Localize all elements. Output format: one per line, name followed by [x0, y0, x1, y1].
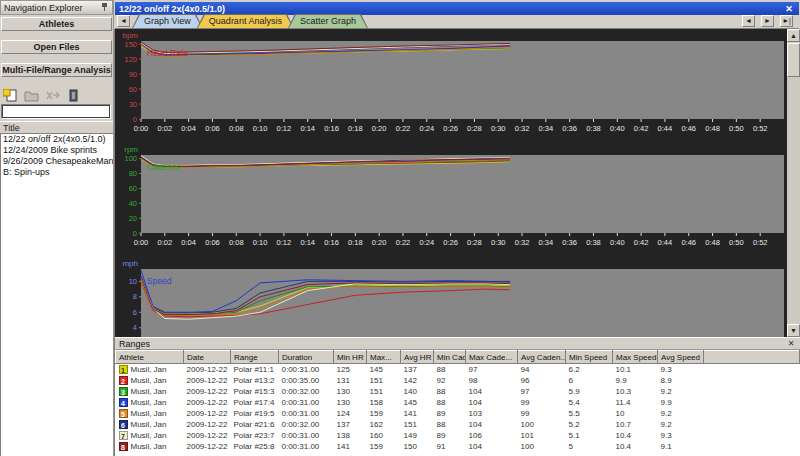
max_hr-cell: 151	[367, 386, 401, 397]
svg-text:0:52: 0:52	[753, 124, 768, 133]
date-cell: 2009-12-22	[184, 419, 231, 430]
close-icon[interactable]: ✕	[783, 4, 795, 14]
pin-icon[interactable]	[100, 2, 109, 13]
column-header-min-hr[interactable]: Min HR	[334, 351, 367, 364]
table-row[interactable]: 3Musil, Jan2009-12-22Polar #15:30:00:32.…	[116, 386, 800, 397]
table-row[interactable]: 4Musil, Jan2009-12-22Polar #17:40:00:31.…	[116, 397, 800, 408]
date-cell: 2009-12-22	[184, 364, 231, 375]
add-analysis-icon[interactable]	[3, 88, 18, 101]
min_hr-cell: 141	[334, 441, 367, 452]
tab-next-button[interactable]: ►	[761, 15, 774, 27]
column-header-avg-hr[interactable]: Avg HR	[401, 351, 434, 364]
tab-graph-view[interactable]: Graph View	[132, 14, 203, 28]
column-header-max-speed[interactable]: Max Speed	[613, 351, 658, 364]
column-header-range[interactable]: Range	[231, 351, 279, 364]
min_cad-cell: 88	[434, 397, 466, 408]
table-row[interactable]: 7Musil, Jan2009-12-22Polar #23:70:00:31.…	[116, 430, 800, 441]
sidebar-section-multi-file-range-analysis[interactable]: Multi-File/Range Analysis	[1, 63, 112, 77]
svg-text:0:04: 0:04	[181, 238, 196, 247]
column-header-min-speed[interactable]: Min Speed	[566, 351, 613, 364]
svg-text:120: 120	[124, 55, 137, 64]
svg-text:0:42: 0:42	[634, 124, 649, 133]
column-header-avg-caden-[interactable]: Avg Caden...	[518, 351, 566, 364]
tab-prev-button[interactable]: ◄	[742, 15, 755, 27]
sidebar-section-open-files[interactable]: Open Files	[1, 40, 112, 54]
title-list-item[interactable]: 12/24/2009 Bike sprints	[1, 145, 113, 156]
svg-text:0:02: 0:02	[158, 124, 173, 133]
multigraph-canvas[interactable]: bpm15012090603000:000:020:040:060:080:10…	[115, 29, 788, 337]
avg_hr-cell: 150	[401, 441, 434, 452]
tab-quadrant-analysis[interactable]: Quadrant Analysis	[197, 14, 294, 28]
sidebar-section-athletes[interactable]: Athletes	[1, 17, 112, 31]
column-header-athlete[interactable]: Athlete	[116, 351, 184, 364]
scroll-down-icon[interactable]: ▼	[787, 324, 800, 337]
table-row[interactable]: 5Musil, Jan2009-12-22Polar #19:50:00:31.…	[116, 408, 800, 419]
table-row[interactable]: 8Musil, Jan2009-12-22Polar #25:80:00:31.…	[116, 441, 800, 452]
avg_cad-cell: 94	[518, 364, 566, 375]
graph-view-panel: bpm15012090603000:000:020:040:060:080:10…	[114, 29, 800, 337]
svg-text:0:30: 0:30	[491, 238, 506, 247]
tab-scatter-graph[interactable]: Scatter Graph	[288, 14, 368, 28]
duration-cell: 0:00:32.00	[279, 419, 334, 430]
min_speed-cell: 5.4	[566, 397, 613, 408]
svg-text:0:44: 0:44	[658, 238, 673, 247]
ranges-close-icon[interactable]: ✕	[786, 339, 796, 348]
range-color-badge: 8	[119, 442, 128, 451]
title-filter-input[interactable]	[1, 104, 111, 119]
min_speed-cell: 5.2	[566, 419, 613, 430]
max_speed-cell: 10.4	[613, 441, 658, 452]
max_speed-cell: 9.9	[613, 375, 658, 386]
scrollbar-thumb[interactable]	[787, 43, 800, 77]
title-list-item[interactable]: 9/26/2009 ChesapeakeMan bike 1st	[1, 156, 113, 167]
table-row[interactable]: 2Musil, Jan2009-12-22Polar #13:20:00:35.…	[116, 375, 800, 386]
range-color-badge: 4	[119, 398, 128, 407]
column-header-max-[interactable]: Max...	[367, 351, 401, 364]
avg_cad-cell: 99	[518, 408, 566, 419]
table-row[interactable]: 6Musil, Jan2009-12-22Polar #21:60:00:32.…	[116, 419, 800, 430]
svg-text:90: 90	[129, 70, 137, 79]
tab-scroll-left-button[interactable]: ◄	[117, 15, 130, 27]
min_hr-cell: 125	[334, 364, 367, 375]
max_speed-cell: 10.3	[613, 386, 658, 397]
svg-text:0:38: 0:38	[586, 124, 601, 133]
max_hr-cell: 159	[367, 408, 401, 419]
avg_cad-cell: 101	[518, 430, 566, 441]
tab-label: Graph View	[132, 14, 203, 26]
column-header-duration[interactable]: Duration	[279, 351, 334, 364]
graph-heart-rate: bpm15012090603000:000:020:040:060:080:10…	[122, 31, 784, 133]
max_speed-cell: 10	[613, 408, 658, 419]
min_hr-cell: 130	[334, 386, 367, 397]
column-header-date[interactable]: Date	[184, 351, 231, 364]
column-header-max-cade-[interactable]: Max Cade...	[466, 351, 518, 364]
avg_speed-cell: 9.9	[658, 397, 704, 408]
column-header-min-cade-[interactable]: Min Cade...	[434, 351, 466, 364]
svg-text:0:22: 0:22	[396, 124, 411, 133]
table-row[interactable]: 1Musil, Jan2009-12-22Polar #11:10:00:31.…	[116, 364, 800, 375]
ranges-table-header-row: AthleteDateRangeDurationMin HRMax...Avg …	[116, 351, 800, 364]
min_hr-cell: 138	[334, 430, 367, 441]
graph-vertical-scrollbar[interactable]: ▲ ▼	[787, 29, 800, 337]
avg_hr-cell: 149	[401, 430, 434, 441]
duration-cell: 0:00:31.00	[279, 430, 334, 441]
svg-text:60: 60	[129, 184, 137, 193]
range-color-badge: 7	[119, 431, 128, 440]
report-icon[interactable]	[66, 88, 81, 101]
tab-strip: ◄ Graph ViewQuadrant AnalysisScatter Gra…	[115, 15, 799, 29]
title-list-item[interactable]: 12/22 on/off 2x(4x0.5/1.0)	[1, 134, 113, 145]
ranges-table: AthleteDateRangeDurationMin HRMax...Avg …	[115, 350, 800, 452]
tab-last-button[interactable]: ►|	[780, 15, 793, 27]
range-cell: Polar #21:6	[231, 419, 279, 430]
svg-text:0:00: 0:00	[134, 124, 149, 133]
range-cell: Polar #15:3	[231, 386, 279, 397]
link-files-icon[interactable]	[45, 88, 60, 101]
open-folder-icon[interactable]	[24, 88, 39, 101]
column-header-avg-speed[interactable]: Avg Speed	[658, 351, 704, 364]
title-list-item[interactable]: B: Spin-ups	[1, 167, 113, 178]
scroll-up-icon[interactable]: ▲	[787, 29, 800, 42]
avg_speed-cell: 9.3	[658, 364, 704, 375]
svg-text:0: 0	[133, 229, 137, 238]
tab-strip-arrows: ◄ ► ►|	[740, 15, 799, 28]
duration-cell: 0:00:31.00	[279, 364, 334, 375]
max_speed-cell: 10.1	[613, 364, 658, 375]
svg-text:80: 80	[129, 169, 137, 178]
